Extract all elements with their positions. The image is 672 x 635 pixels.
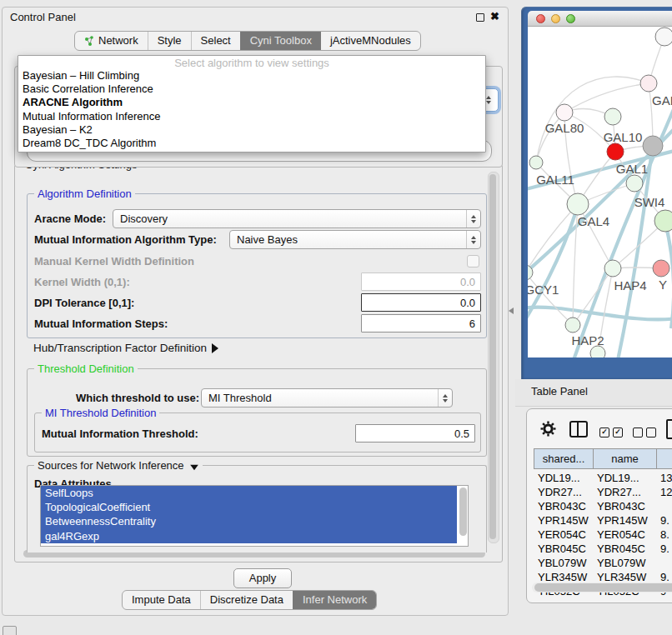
group-title: MI Threshold Definition	[42, 407, 159, 419]
mi-threshold-field[interactable]: 0.5	[355, 424, 475, 442]
table-row[interactable]: YPR145W YPR145W 9.	[534, 513, 672, 528]
network-icon	[84, 36, 95, 47]
close-traffic-light-icon[interactable]	[536, 14, 545, 23]
table-row[interactable]: YER054C YER054C 8.	[534, 528, 672, 542]
table-cell: 13	[656, 471, 672, 485]
hub-transcription-section-toggle[interactable]: Hub/Transcription Factor Definition	[33, 342, 218, 354]
table-row[interactable]: YBR043C YBR043C	[534, 499, 672, 513]
hub-section-label: Hub/Transcription Factor Definition	[33, 342, 207, 354]
attribute-item-selected[interactable]: gal4RGexp	[41, 529, 457, 543]
tab-cyni-toolbox[interactable]: Cyni Toolbox	[240, 32, 321, 50]
table-panel-title: Table Panel	[531, 385, 588, 398]
combo-value: Discovery	[113, 212, 466, 225]
float-window-icon[interactable]	[476, 13, 484, 22]
node-label: HAP2	[571, 333, 604, 348]
tab-infer-network[interactable]: Infer Network	[293, 591, 376, 609]
aracne-mode-label: Aracne Mode:	[34, 212, 106, 225]
tab-discretize-data[interactable]: Discretize Data	[200, 591, 293, 609]
table-cell: YBL079W	[534, 556, 593, 570]
mi-algorithm-type-label: Mutual Information Algorithm Type:	[34, 233, 217, 246]
export-table-icon[interactable]	[666, 419, 672, 439]
tab-label: Discretize Data	[210, 591, 283, 609]
hide-columns-unchecked-icon[interactable]	[633, 424, 656, 439]
minimize-traffic-light-icon[interactable]	[551, 14, 560, 23]
combo-stepper-icon	[466, 231, 480, 248]
table-cell: YPR145W	[593, 513, 656, 528]
manual-kernel-label: Manual Kernel Width Definition	[34, 255, 194, 268]
table-horizontal-scrollbar[interactable]	[532, 582, 672, 592]
algorithm-dropdown-list: Select algorithm to view settings Bayesi…	[18, 55, 486, 152]
tab-label: jActiveMNodules	[330, 32, 411, 50]
aracne-mode-combo[interactable]: Discovery	[113, 209, 481, 228]
close-icon[interactable]: ✖	[490, 10, 499, 22]
table-row[interactable]: YDL19... YDL19... 13	[534, 471, 672, 485]
tab-label: Infer Network	[303, 591, 367, 609]
mi-steps-label: Mutual Information Steps:	[34, 318, 168, 330]
tab-impute-data[interactable]: Impute Data	[123, 591, 200, 609]
dropdown-item[interactable]: Mutual Information Inference	[18, 110, 485, 123]
column-header[interactable]	[657, 449, 672, 468]
dropdown-item[interactable]: Dream8 DC_TDC Algorithm	[18, 137, 485, 150]
table-cell: YER054C	[593, 528, 656, 542]
tab-label: Impute Data	[132, 591, 191, 609]
dpi-tolerance-field[interactable]: 0.0	[361, 293, 481, 312]
group-title: Sources for Network Inference	[34, 459, 203, 472]
table-cell: YPR145W	[534, 513, 593, 528]
tab-select[interactable]: Select	[191, 32, 240, 50]
node-label: GCY1	[528, 282, 559, 297]
table-cell: YBR043C	[593, 499, 656, 513]
attribute-item-selected[interactable]: TopologicalCoefficient	[41, 500, 457, 514]
table-cell: YBR043C	[534, 499, 593, 513]
tab-style[interactable]: Style	[148, 32, 191, 50]
attribute-item-selected[interactable]: SelfLoops	[41, 486, 457, 500]
control-panel: Control Panel ✖ Network Style Select Cyn…	[2, 7, 509, 616]
node-label: GAL10	[604, 130, 643, 144]
table-cell	[656, 556, 672, 570]
settings-vertical-scrollbar[interactable]	[488, 172, 499, 543]
attributes-scrollbar[interactable]	[459, 488, 467, 542]
field-value: 0.0	[460, 276, 480, 288]
mi-algorithm-type-combo[interactable]: Naive Bayes	[229, 230, 481, 249]
table-cell: YER054C	[534, 528, 593, 542]
cyni-algorithm-settings-group: Cyni Algorithm Settings Algorithm Defini…	[14, 164, 503, 562]
table-row[interactable]: YBL079W YBL079W	[534, 556, 672, 570]
table-cell	[656, 499, 672, 513]
network-window-titlebar[interactable]	[528, 11, 672, 27]
column-header[interactable]: shared...	[534, 449, 594, 468]
attribute-item-selected[interactable]: BetweennessCentrality	[41, 514, 457, 528]
kernel-width-field[interactable]: 0.0	[361, 272, 481, 291]
node-label: Y	[659, 278, 667, 292]
node-label: SWI4	[634, 195, 665, 209]
network-view-window: GAL GAL80 GAL10 GAL1 GAL11 SWI4 GAL4 GCY…	[521, 7, 672, 379]
column-header[interactable]: name	[594, 449, 657, 468]
show-columns-checked-icon[interactable]: ✓✓	[599, 424, 623, 439]
node-label: GAL1	[616, 162, 648, 176]
panel-divider-arrow-icon[interactable]	[509, 308, 514, 314]
network-canvas[interactable]: GAL GAL80 GAL10 GAL1 GAL11 SWI4 GAL4 GCY…	[528, 27, 672, 358]
panel-grip-button[interactable]	[3, 626, 17, 635]
table-row[interactable]: YDR27... YDR27... 12	[534, 485, 672, 499]
combo-value: MI Threshold	[202, 392, 438, 404]
manual-kernel-checkbox[interactable]	[467, 255, 479, 268]
split-columns-icon[interactable]	[569, 421, 588, 438]
table-cell: YDR27...	[534, 485, 593, 499]
gear-icon[interactable]	[540, 421, 556, 437]
zoom-traffic-light-icon[interactable]	[566, 14, 575, 23]
dpi-tolerance-label: DPI Tolerance [0,1]:	[34, 297, 134, 309]
dropdown-item[interactable]: Bayesian – K2	[18, 123, 485, 137]
combo-stepper-icon	[466, 210, 480, 228]
table-cell: 9.	[656, 542, 672, 556]
which-threshold-combo[interactable]: MI Threshold	[201, 388, 453, 408]
node-label: HAP4	[614, 278, 646, 292]
apply-button[interactable]: Apply	[233, 568, 292, 588]
tab-network[interactable]: Network	[75, 32, 148, 50]
field-value: 0.0	[460, 297, 480, 309]
dropdown-item[interactable]: Bayesian – Hill Climbing	[18, 69, 485, 82]
dropdown-item-selected[interactable]: ARACNE Algorithm	[18, 96, 485, 109]
tab-jactivemnodules[interactable]: jActiveMNodules	[321, 32, 420, 50]
dropdown-item[interactable]: Basic Correlation Inference	[18, 82, 485, 96]
table-row[interactable]: YBR045C YBR045C 9.	[534, 542, 672, 556]
table-cell: YDR27...	[593, 485, 656, 499]
mi-steps-field[interactable]: 6	[361, 314, 481, 332]
table-cell: YDL19...	[593, 471, 656, 485]
